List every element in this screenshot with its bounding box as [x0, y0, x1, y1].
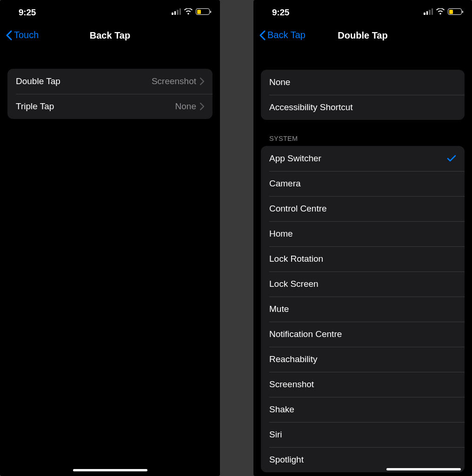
- chevron-left-icon: [259, 30, 266, 40]
- row-label: Control Centre: [269, 204, 456, 214]
- nav-header: Back Tap Double Tap: [253, 25, 472, 48]
- row-siri[interactable]: Siri: [261, 422, 465, 447]
- row-value: None: [175, 101, 196, 112]
- signal-icon: [172, 8, 181, 15]
- row-reachability[interactable]: Reachability: [261, 347, 465, 372]
- wifi-icon: [436, 8, 445, 15]
- signal-icon: [424, 8, 433, 15]
- chevron-left-icon: [6, 30, 12, 40]
- phone-left: 9:25 Touch Back Tap Double Tap Screensho…: [0, 0, 220, 476]
- row-label: Reachability: [269, 354, 456, 364]
- row-label: Accessibility Shortcut: [269, 102, 456, 112]
- section-header-system: SYSTEM: [269, 135, 456, 142]
- row-label: Notification Centre: [269, 329, 456, 339]
- status-time: 9:25: [19, 7, 36, 18]
- row-label: Home: [269, 229, 456, 239]
- wifi-icon: [184, 8, 193, 15]
- nav-header: Touch Back Tap: [0, 25, 220, 48]
- row-shake[interactable]: Shake: [261, 397, 465, 422]
- status-right-cluster: [172, 8, 210, 15]
- row-label: Triple Tap: [16, 101, 175, 112]
- row-double-tap[interactable]: Double Tap Screenshot: [7, 69, 213, 94]
- row-lock-rotation[interactable]: Lock Rotation: [261, 246, 465, 271]
- row-accessibility-shortcut[interactable]: Accessibility Shortcut: [261, 95, 465, 120]
- phone-right: 9:25 Back Tap Double Tap None Accessibil…: [253, 0, 472, 476]
- row-label: App Switcher: [269, 153, 447, 164]
- status-bar: 9:25: [0, 0, 220, 20]
- battery-icon: [448, 8, 462, 15]
- row-label: Screenshot: [269, 379, 456, 390]
- chevron-right-icon: [200, 78, 204, 85]
- chevron-right-icon: [200, 103, 204, 110]
- row-lock-screen[interactable]: Lock Screen: [261, 271, 465, 297]
- row-label: Siri: [269, 430, 456, 440]
- row-label: Lock Screen: [269, 279, 456, 289]
- back-button[interactable]: Back Tap: [259, 30, 306, 40]
- row-mute[interactable]: Mute: [261, 297, 465, 322]
- status-bar: 9:25: [253, 0, 472, 20]
- back-tap-group: Double Tap Screenshot Triple Tap None: [7, 69, 213, 119]
- row-app-switcher[interactable]: App Switcher: [261, 146, 465, 171]
- row-label: Camera: [269, 178, 456, 189]
- row-value: Screenshot: [152, 76, 196, 86]
- system-options-group: App Switcher Camera Control Centre Home …: [261, 146, 465, 472]
- row-label: Double Tap: [16, 76, 152, 86]
- checkmark-icon: [447, 155, 456, 162]
- status-time: 9:25: [272, 7, 289, 18]
- row-notification-centre[interactable]: Notification Centre: [261, 322, 465, 347]
- status-right-cluster: [424, 8, 462, 15]
- row-none[interactable]: None: [261, 70, 465, 95]
- back-label: Back Tap: [267, 30, 306, 40]
- row-label: None: [269, 77, 456, 87]
- top-options-group: None Accessibility Shortcut: [261, 70, 465, 120]
- battery-icon: [196, 8, 210, 15]
- back-button[interactable]: Touch: [6, 30, 39, 40]
- row-label: Shake: [269, 404, 456, 415]
- row-home[interactable]: Home: [261, 221, 465, 246]
- row-label: Lock Rotation: [269, 254, 456, 264]
- back-label: Touch: [14, 30, 39, 40]
- row-label: Mute: [269, 304, 456, 314]
- row-control-centre[interactable]: Control Centre: [261, 196, 465, 221]
- row-label: Spotlight: [269, 455, 456, 465]
- row-triple-tap[interactable]: Triple Tap None: [7, 94, 213, 119]
- row-camera[interactable]: Camera: [261, 171, 465, 196]
- home-indicator[interactable]: [73, 469, 147, 471]
- home-indicator[interactable]: [386, 468, 461, 470]
- row-screenshot[interactable]: Screenshot: [261, 372, 465, 397]
